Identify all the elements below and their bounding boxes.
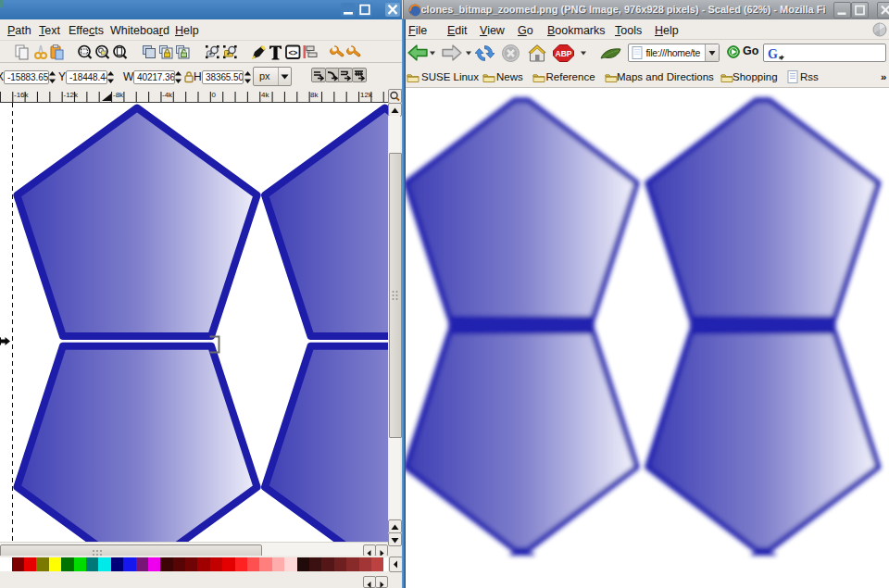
svg-text:4k: 4k (261, 91, 269, 99)
svg-text:12k: 12k (360, 91, 373, 99)
svg-text:0: 0 (212, 91, 217, 99)
svg-text:8k: 8k (310, 91, 319, 99)
svg-text:-12k: -12k (64, 91, 80, 99)
svg-text:G: G (768, 47, 778, 61)
svg-text:<>: <> (288, 48, 297, 57)
svg-text:-8k: -8k (113, 91, 124, 99)
svg-text:ABP: ABP (556, 49, 572, 58)
svg-text:-4k: -4k (162, 91, 173, 99)
svg-text:-16k: -16k (14, 91, 30, 99)
